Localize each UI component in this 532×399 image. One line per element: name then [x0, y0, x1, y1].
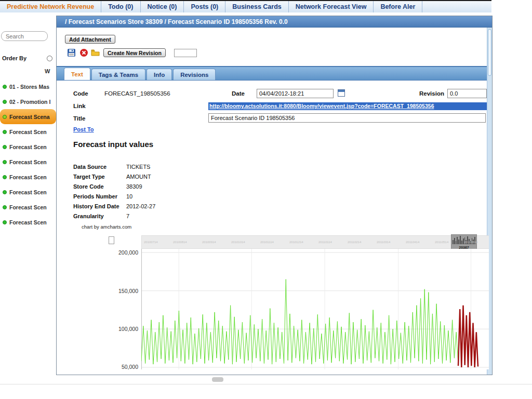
page-scrollbar-track[interactable]: [0, 384, 532, 384]
link-label: Link: [73, 103, 86, 109]
sidebar-item-2[interactable]: Forecast Scena: [0, 109, 56, 124]
add-attachment-button[interactable]: Add Attachment: [65, 35, 115, 44]
sidebar-item-label: Forecast Scen: [9, 144, 47, 150]
sidebar-item-1[interactable]: 02 - Promotion I: [0, 94, 56, 109]
sidebar-item-label: Forecast Scena: [9, 114, 50, 120]
sidebar-item-9[interactable]: Forecast Scen: [0, 215, 56, 230]
sidebar-item-8[interactable]: Forecast Scen: [0, 200, 56, 215]
tab-info[interactable]: Info: [147, 69, 172, 80]
scrollbar-date-label: 20110114: [318, 241, 332, 244]
nav-tab-5[interactable]: Network Forecast View: [289, 1, 374, 12]
sidebar-item-3[interactable]: Forecast Scen: [0, 124, 56, 139]
scrollbar-date-label: 20101014: [231, 241, 245, 244]
scrollbar-date-label: 20110314: [377, 241, 390, 244]
grip-bar: [461, 241, 462, 244]
revision-input[interactable]: [447, 89, 487, 98]
grip-bar: [460, 236, 461, 244]
title-label: Title: [73, 115, 85, 122]
tab-text[interactable]: Text: [64, 68, 90, 80]
dialog-scrollbar-thumb[interactable]: [488, 29, 491, 76]
grip-bar: [453, 240, 454, 244]
y-axis-label: 100,000: [88, 326, 138, 332]
sidebar-item-0[interactable]: 01 - Stores Mas: [0, 79, 56, 94]
order-by-radio[interactable]: [47, 56, 52, 61]
field-label: Target Type: [73, 174, 126, 180]
tab-revisions[interactable]: Revisions: [173, 69, 216, 80]
y-axis-label: 50,000: [88, 364, 138, 370]
forecast-field-row: History End Date2012-02-27: [73, 201, 229, 211]
nav-tab-0[interactable]: Predictive Network Revenue: [0, 1, 101, 12]
forecast-field-row: Target TypeAMOUNT: [73, 171, 229, 181]
grip-bar: [454, 238, 455, 244]
status-dot-icon: [3, 130, 7, 134]
record-link[interactable]: http://bloomy.actsolutions.it:8080/Bloom…: [208, 102, 487, 110]
chart-credit: chart by amcharts.com: [82, 224, 131, 230]
date-label: Date: [232, 90, 245, 97]
date-input[interactable]: [257, 89, 334, 98]
chart-plot: [141, 249, 489, 369]
nav-tab-2[interactable]: Notice (0): [141, 1, 184, 12]
scrollbar-date-label: 20110514: [435, 241, 448, 244]
status-dot-icon: [3, 100, 7, 104]
dialog-tab-strip: TextTags & TeamsInfoRevisions: [57, 66, 487, 81]
sidebar-group-label: W: [45, 68, 50, 74]
status-dot-icon: [3, 115, 7, 119]
forecast-field-row: Store Code38309: [73, 181, 229, 191]
nav-tab-4[interactable]: Business Cards: [225, 1, 288, 12]
chart-area: 20367 2010071420100814201009142010101420…: [88, 233, 489, 371]
revision-label: Revision: [419, 90, 444, 97]
sidebar-item-label: Forecast Scen: [9, 189, 47, 195]
sidebar-item-label: 01 - Stores Mas: [9, 84, 49, 90]
forecast-field-row: Granularity7: [73, 211, 229, 221]
scrollbar-date-label: 20110414: [406, 241, 419, 244]
nav-underline: [0, 0, 491, 1]
field-label: Granularity: [73, 213, 126, 219]
calendar-icon[interactable]: [338, 89, 345, 97]
sidebar-item-4[interactable]: Forecast Scen: [0, 139, 56, 154]
search-input[interactable]: [1, 31, 48, 41]
status-dot-icon: [3, 85, 7, 89]
field-value: 10: [126, 193, 132, 200]
forecast-field-row: Periods Number10: [73, 191, 229, 201]
status-dot-icon: [3, 205, 7, 209]
field-value: TICKETS: [126, 164, 150, 170]
scrollbar-date-label: 20100714: [144, 241, 158, 244]
nav-tab-3[interactable]: Posts (0): [184, 1, 225, 12]
chart-scrollbar[interactable]: 20367 2010071420100814201009142010101420…: [141, 235, 489, 249]
delete-icon[interactable]: [79, 48, 88, 57]
status-dot-icon: [3, 160, 7, 164]
title-input[interactable]: [208, 113, 486, 123]
page-scrollbar-thumb[interactable]: [212, 377, 223, 382]
record-dialog: / Forecast Scenarios Store 38309 / Forec…: [56, 16, 493, 375]
scrollbar-date-label: 20100914: [202, 241, 216, 244]
code-label: Code: [73, 90, 88, 97]
toolbar-mini-input[interactable]: [174, 49, 197, 57]
sidebar-item-6[interactable]: Forecast Scen: [0, 169, 56, 184]
scrollbar-date-label: 20110214: [348, 241, 361, 244]
sidebar-item-7[interactable]: Forecast Scen: [0, 184, 56, 200]
scrollbar-date-label: 20101114: [260, 241, 274, 244]
field-value: 38309: [126, 183, 142, 190]
status-dot-icon: [3, 190, 7, 194]
sidebar-item-5[interactable]: Forecast Scen: [0, 154, 56, 169]
sidebar-item-label: Forecast Scen: [9, 174, 47, 180]
field-label: Data Source: [73, 164, 126, 170]
status-dot-icon: [3, 175, 7, 179]
field-value: 7: [126, 213, 129, 219]
create-new-revision-button[interactable]: Create New Revision: [103, 48, 166, 57]
grip-bar: [457, 237, 458, 244]
save-icon[interactable]: [67, 48, 76, 57]
field-value: AMOUNT: [126, 174, 151, 180]
forecast-heading: Forecast input values: [73, 140, 153, 149]
y-axis-label: 150,000: [88, 288, 138, 294]
nav-tab-6[interactable]: Before Aler: [374, 1, 422, 12]
scrollbar-date-label: 20101214: [289, 241, 303, 244]
sidebar-item-label: 02 - Promotion I: [9, 99, 50, 105]
sidebar-list: 01 - Stores Mas02 - Promotion IForecast …: [0, 79, 56, 230]
grip-bar: [458, 240, 459, 244]
chart-zoom-button[interactable]: [109, 236, 114, 244]
tab-tags-teams[interactable]: Tags & Teams: [91, 69, 145, 80]
post-to-link[interactable]: Post To: [73, 126, 94, 132]
folder-icon[interactable]: [91, 48, 100, 57]
nav-tab-1[interactable]: Todo (0): [101, 1, 140, 12]
